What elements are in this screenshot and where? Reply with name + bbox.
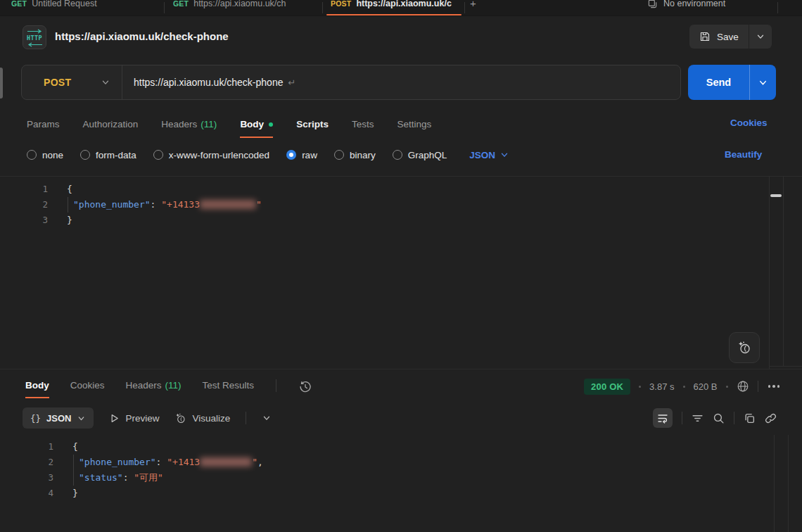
request-tab-untitled[interactable]: GET Untitled Request [11, 0, 159, 11]
response-size: 620 B [694, 381, 718, 392]
visualize-button[interactable]: Visualize [174, 412, 230, 424]
radio-icon [334, 150, 344, 160]
radio-binary[interactable]: binary [334, 150, 376, 160]
headers-count-badge: (11) [165, 380, 182, 391]
json-value: "可用" [134, 472, 163, 483]
response-format-selector[interactable]: {} JSON [23, 407, 94, 429]
tab-method-get: GET [11, 0, 27, 11]
radio-label: binary [350, 150, 376, 160]
arrow-left-icon [26, 42, 43, 47]
copy-link-button[interactable] [765, 412, 777, 424]
request-body-editor[interactable]: 1 { 2 "phone_number": "+14133" 3 } [0, 176, 802, 369]
line-number: 3 [0, 470, 53, 486]
json-comma: , [257, 457, 263, 467]
editor-bottom-border [769, 366, 802, 367]
radio-x-www-form-urlencoded[interactable]: x-www-form-urlencoded [153, 150, 269, 160]
response-history-button[interactable] [298, 380, 312, 394]
tab-method-post: POST [331, 0, 351, 11]
tab-title: Untitled Request [32, 0, 96, 11]
tab-body-active[interactable]: Body [240, 119, 273, 138]
chevron-down-icon [77, 414, 86, 423]
link-icon [765, 412, 777, 424]
send-options-button[interactable] [750, 65, 776, 100]
divider [276, 379, 276, 392]
code-token: } [53, 486, 78, 501]
tab-params[interactable]: Params [27, 119, 60, 138]
save-button[interactable]: Save [689, 25, 749, 49]
json-value-prefix: "+1413 [167, 457, 200, 467]
line-number: 1 [0, 182, 48, 197]
preview-label: Preview [125, 413, 159, 424]
request-title[interactable]: https://api.xiaomu.uk/check-phone [55, 30, 229, 42]
beautify-link[interactable]: Beautify [725, 149, 762, 160]
response-tab-test-results[interactable]: Test Results [203, 380, 255, 398]
method-selector[interactable]: POST [22, 77, 122, 88]
send-button[interactable]: Send [688, 65, 749, 100]
radio-label: GraphQL [408, 150, 447, 160]
chevron-down-icon [499, 150, 509, 160]
scrollbar-handle[interactable] [770, 194, 782, 197]
code-line: 1 { [0, 439, 802, 455]
tab-settings[interactable]: Settings [397, 119, 431, 138]
return-icon: ↵ [288, 77, 295, 88]
modified-dot-icon [269, 122, 273, 127]
code-line: 1 { [0, 182, 802, 197]
chevron-down-icon [101, 77, 110, 87]
postbot-button[interactable] [729, 332, 760, 363]
response-body-viewer[interactable]: 1 { 2 "phone_number": "+1413", 3 "status… [0, 435, 802, 532]
request-tab-get-url[interactable]: GET https://api.xiaomu.uk/ch [173, 0, 319, 11]
filter-button[interactable] [692, 412, 704, 424]
wrap-text-button[interactable] [653, 408, 673, 428]
radio-none[interactable]: none [27, 150, 63, 160]
status-badge: 200 OK [584, 379, 630, 395]
dot-separator [639, 386, 641, 388]
tab-headers[interactable]: Headers (11) [161, 119, 217, 138]
preview-button[interactable]: Preview [109, 413, 159, 424]
tab-tests[interactable]: Tests [352, 119, 374, 138]
search-icon [713, 412, 725, 424]
format-label: JSON [46, 413, 71, 424]
url-input[interactable]: https://api.xiaomu.uk/check-phone↵ [122, 77, 295, 88]
network-info-button[interactable] [737, 380, 749, 393]
sidebar-resize-handle[interactable] [0, 68, 3, 99]
language-label: JSON [469, 150, 495, 160]
radio-form-data[interactable]: form-data [80, 150, 136, 160]
response-view-tools [653, 408, 777, 428]
redacted-value-blur [200, 457, 252, 467]
code-line: 2 "phone_number": "+1413", [0, 455, 802, 470]
play-icon [109, 413, 120, 424]
json-key: "phone_number" [73, 199, 151, 210]
response-tab-cookies[interactable]: Cookies [70, 380, 105, 398]
radio-icon [80, 150, 90, 160]
response-tab-body-active[interactable]: Body [25, 380, 49, 398]
send-split-button: Send [688, 65, 776, 100]
tab-authorization[interactable]: Authorization [83, 119, 139, 138]
radio-label: form-data [96, 150, 136, 160]
radio-raw-selected[interactable]: raw [286, 150, 317, 160]
code-token: { [48, 182, 72, 197]
indent-guide [73, 455, 74, 486]
tab-title: https://api.xiaomu.uk/c [356, 0, 451, 11]
url-bar: POST https://api.xiaomu.uk/check-phone↵ [21, 65, 681, 100]
divider [734, 412, 734, 424]
tab-scripts[interactable]: Scripts [296, 119, 329, 138]
response-tab-headers-label: Headers [126, 380, 162, 391]
language-selector[interactable]: JSON [469, 150, 509, 160]
cookies-link[interactable]: Cookies [730, 118, 768, 128]
radio-graphql[interactable]: GraphQL [393, 150, 447, 160]
sparkle-circle-icon [174, 412, 186, 424]
braces-icon: {} [30, 413, 41, 424]
request-tab-post-url-active[interactable]: POST https://api.xiaomu.uk/c [331, 0, 462, 11]
search-button[interactable] [713, 412, 725, 424]
environment-selector[interactable]: No environment [647, 0, 725, 11]
visualize-options-button[interactable] [262, 413, 272, 423]
tab-title: https://api.xiaomu.uk/ch [193, 0, 286, 11]
line-number: 2 [0, 197, 48, 213]
copy-button[interactable] [744, 412, 756, 424]
chevron-down-icon [262, 413, 272, 423]
save-options-button[interactable] [749, 25, 772, 49]
method-label: POST [44, 77, 71, 88]
response-tab-headers[interactable]: Headers (11) [126, 380, 182, 398]
more-options-button[interactable] [767, 382, 782, 391]
new-tab-button[interactable]: + [470, 0, 476, 11]
